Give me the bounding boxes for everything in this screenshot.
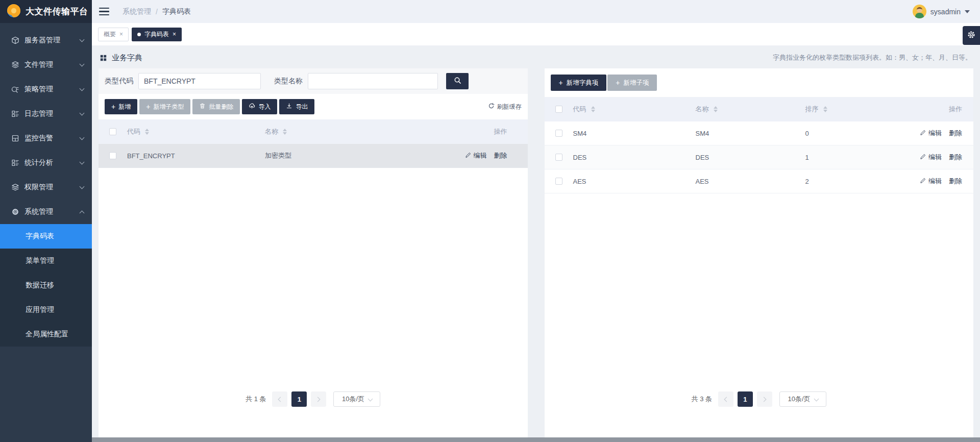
dict-item-panel: + 新增字典项 + 新增子项 代码 名称 排	[545, 68, 974, 437]
next-page-button[interactable]	[757, 391, 772, 407]
item-pagination: 共 3 条 1 10条/页	[545, 391, 974, 407]
table-row[interactable]: DES DES 1 编辑 删除	[545, 145, 974, 169]
sidebar-item-permissions[interactable]: 权限管理	[0, 175, 92, 200]
edit-link[interactable]: 编辑	[465, 151, 487, 160]
refresh-icon	[488, 103, 495, 111]
page-title: 业务字典	[112, 53, 142, 63]
tab-overview[interactable]: 概要 ×	[98, 28, 129, 41]
breadcrumb-parent[interactable]: 系统管理	[122, 7, 151, 16]
layers-icon	[11, 61, 19, 69]
sidebar-item-monitoring[interactable]: 监控告警	[0, 126, 92, 151]
sidebar-item-files[interactable]: 文件管理	[0, 53, 92, 77]
select-all-checkbox[interactable]	[555, 106, 562, 113]
search-button[interactable]	[446, 73, 469, 89]
tab-dict-table[interactable]: 字典码表 ×	[132, 28, 182, 41]
page-size-select[interactable]: 10条/页	[779, 391, 826, 407]
user-menu[interactable]: sysadmin	[913, 5, 970, 18]
next-page-button[interactable]	[311, 391, 326, 407]
sidebar-item-server[interactable]: 服务器管理	[0, 28, 92, 53]
table-row[interactable]: SM4 SM4 0 编辑 删除	[545, 121, 974, 145]
close-icon[interactable]: ×	[119, 31, 123, 38]
prev-page-button[interactable]	[272, 391, 287, 407]
type-toolbar: + 新增 + 新增子类型 批量删除 导入 导出	[99, 94, 528, 119]
stats-list-icon	[11, 159, 19, 167]
sidebar-item-system[interactable]: 系统管理	[0, 200, 92, 224]
sidebar-item-menu-mgmt[interactable]: 菜单管理	[0, 249, 92, 273]
add-dict-item-button[interactable]: + 新增字典项	[551, 75, 607, 91]
sort-icon[interactable]	[145, 129, 149, 135]
table-row[interactable]: BFT_ENCRYPT 加密类型 编辑 删除	[99, 144, 528, 168]
sort-icon[interactable]	[591, 106, 595, 112]
page-number[interactable]: 1	[291, 391, 307, 407]
total-count: 共 1 条	[246, 395, 266, 404]
app-logo: 大文件传输平台	[0, 0, 92, 23]
sort-icon[interactable]	[823, 106, 827, 112]
delete-link[interactable]: 删除	[949, 129, 962, 138]
delete-link[interactable]: 删除	[949, 153, 962, 162]
chevron-up-icon	[80, 210, 85, 215]
sidebar-item-global-props[interactable]: 全局属性配置	[0, 322, 92, 347]
breadcrumb: 系统管理 / 字典码表	[122, 7, 191, 16]
refresh-cache-link[interactable]: 刷新缓存	[488, 103, 522, 111]
column-name[interactable]: 名称	[696, 105, 805, 114]
type-name-input[interactable]	[308, 73, 438, 89]
select-all-checkbox[interactable]	[109, 128, 116, 135]
sort-icon[interactable]	[714, 106, 718, 112]
sidebar-item-data-migration[interactable]: 数据迁移	[0, 273, 92, 298]
sidebar-item-statistics[interactable]: 统计分析	[0, 151, 92, 175]
caret-down-icon	[965, 10, 970, 13]
column-code[interactable]: 代码	[573, 105, 696, 114]
pencil-icon	[465, 152, 472, 160]
row-checkbox[interactable]	[555, 154, 562, 161]
row-checkbox[interactable]	[555, 178, 562, 185]
pencil-icon	[920, 153, 926, 161]
edit-link[interactable]: 编辑	[920, 153, 942, 162]
item-table-header: 代码 名称 排序 操作	[545, 97, 974, 121]
main-content: 业务字典 字典指业务化的枚举类型数据项列表。如：男、女；年、月、日等。 类型代码…	[92, 45, 980, 437]
search-icon	[454, 77, 461, 86]
sidebar-item-logs[interactable]: 日志管理	[0, 102, 92, 126]
table-row[interactable]: AES AES 2 编辑 删除	[545, 169, 974, 193]
plus-icon: +	[559, 79, 563, 87]
hamburger-icon[interactable]	[99, 8, 109, 16]
row-checkbox[interactable]	[555, 130, 562, 137]
close-icon[interactable]: ×	[173, 31, 176, 38]
sidebar-item-app-mgmt[interactable]: 应用管理	[0, 298, 92, 322]
sidebar-item-dict-table[interactable]: 字典码表	[0, 224, 92, 249]
column-action: 操作	[441, 127, 528, 136]
horizontal-scrollbar[interactable]	[92, 437, 980, 442]
column-name[interactable]: 名称	[265, 127, 441, 136]
add-type-button[interactable]: + 新增	[105, 99, 137, 114]
tabbar-settings-button[interactable]	[963, 26, 980, 45]
download-icon	[286, 103, 292, 111]
type-code-input[interactable]	[138, 73, 261, 89]
prev-page-button[interactable]	[718, 391, 733, 407]
edit-link[interactable]: 编辑	[920, 129, 942, 138]
export-button[interactable]: 导出	[279, 99, 314, 114]
top-header: 系统管理 / 字典码表 sysadmin	[92, 0, 980, 23]
chevron-down-icon	[80, 111, 85, 116]
column-sort[interactable]: 排序	[805, 105, 892, 114]
chevron-down-icon	[80, 37, 85, 42]
gear-icon	[967, 30, 976, 41]
add-sub-type-button[interactable]: + 新增子类型	[139, 99, 190, 114]
chevron-down-icon	[814, 396, 819, 401]
page-note: 字典指业务化的枚举类型数据项列表。如：男、女；年、月、日等。	[773, 53, 972, 62]
delete-link[interactable]: 删除	[949, 177, 962, 186]
plus-icon: +	[146, 103, 150, 110]
add-sub-item-button[interactable]: + 新增子项	[607, 75, 657, 91]
edit-link[interactable]: 编辑	[920, 177, 942, 186]
type-name-label: 类型名称	[274, 77, 303, 86]
chevron-down-icon	[80, 86, 85, 91]
app-title: 大文件传输平台	[26, 6, 88, 17]
sidebar-item-policy[interactable]: 策略管理	[0, 77, 92, 102]
page-size-select[interactable]: 10条/页	[333, 391, 380, 407]
row-checkbox[interactable]	[109, 152, 116, 159]
batch-delete-button[interactable]: 批量删除	[192, 99, 240, 114]
import-button[interactable]: 导入	[242, 99, 277, 114]
delete-link[interactable]: 删除	[494, 151, 507, 160]
page-number[interactable]: 1	[738, 391, 753, 407]
pencil-icon	[920, 177, 926, 185]
column-code[interactable]: 代码	[127, 127, 265, 136]
sort-icon[interactable]	[283, 129, 287, 135]
